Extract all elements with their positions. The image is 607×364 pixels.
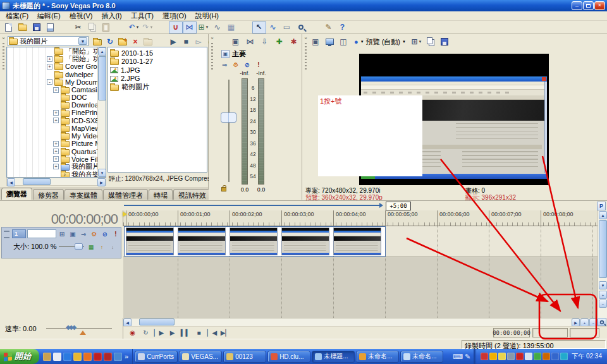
file-item[interactable]: 1.JPG: [110, 66, 207, 75]
transport-length-box[interactable]: [570, 328, 599, 337]
composite-mode-icon[interactable]: ▦: [87, 243, 95, 251]
scroll-thumb[interactable]: [23, 178, 51, 185]
file-item[interactable]: 2.JPG: [110, 75, 207, 83]
master-bus-icon[interactable]: ▣: [221, 50, 230, 58]
save-button[interactable]: [30, 21, 44, 33]
close-button[interactable]: ×: [594, 1, 605, 10]
quicklaunch-overflow-icon[interactable]: »: [125, 353, 128, 360]
tree-expander[interactable]: -: [47, 79, 52, 85]
show-desktop-icon[interactable]: [43, 353, 51, 361]
enable-snapping-button[interactable]: ∪: [169, 21, 183, 33]
record-button[interactable]: ◉: [126, 328, 138, 338]
tree-item[interactable]: DOC: [7, 94, 106, 101]
dropdown-arrow-icon[interactable]: ▼: [78, 37, 87, 45]
insert-audio-bus-button[interactable]: ▣: [230, 36, 241, 47]
scrub-control-icon[interactable]: ◆◆◆: [66, 324, 75, 331]
play-from-start-button[interactable]: ▏▶: [153, 328, 165, 338]
scroll-up-icon[interactable]: ▲: [599, 211, 607, 219]
tree-item[interactable]: + Picture Mo: [7, 140, 106, 147]
paste-button[interactable]: [99, 21, 113, 33]
copy-button[interactable]: [85, 21, 99, 33]
file-item[interactable]: 2010-1-27: [110, 58, 207, 66]
media-coder-icon[interactable]: [104, 353, 112, 361]
taskbar-app-button[interactable]: 未命名...: [400, 351, 443, 363]
timeline-horizontal-scrollbar[interactable]: ◀ ▶ + −: [123, 318, 598, 326]
overlay-grid-button[interactable]: ⊞▼: [410, 36, 423, 48]
dim-output-button[interactable]: ✚: [274, 36, 285, 47]
tree-item[interactable]: + 「開始」功能: [7, 55, 106, 63]
fader-lock-icon[interactable]: [221, 187, 226, 191]
tree-expander[interactable]: +: [53, 118, 59, 123]
region-view-button[interactable]: [142, 36, 154, 48]
scroll-thumb[interactable]: [98, 56, 106, 100]
auto-ripple-button[interactable]: ⋈: [183, 21, 197, 33]
automation-icon[interactable]: ⊸: [79, 229, 88, 238]
document-icon[interactable]: [53, 353, 61, 361]
taskbar-app-button[interactable]: VEGAS...: [179, 351, 222, 363]
start-preview-button[interactable]: ▶: [167, 36, 180, 48]
tray-icon-7[interactable]: [534, 353, 541, 360]
tree-expander[interactable]: +: [53, 87, 59, 93]
menu-item[interactable]: 插入(I): [97, 11, 126, 21]
menu-item[interactable]: 檢視(V): [65, 11, 97, 21]
tree-item[interactable]: + Cover Ground: [7, 63, 106, 70]
pen-icon[interactable]: ✎: [465, 353, 470, 361]
event-pan-crop-button[interactable]: ▣: [309, 36, 322, 48]
marker-tool-icon[interactable]: P: [597, 202, 606, 210]
address-dropdown[interactable]: 我的圖片 ▼: [8, 36, 89, 46]
go-to-end-button[interactable]: ▶▏: [219, 328, 231, 338]
bump-up-icon[interactable]: ↑: [97, 243, 106, 251]
track-gear-icon[interactable]: ⚙: [90, 229, 99, 238]
zoom-tool-corner-button[interactable]: [598, 318, 606, 326]
quantize-to-frames-button[interactable]: ⊞▼: [197, 21, 211, 33]
taskbar-app-button[interactable]: CurrPorts: [135, 351, 178, 363]
marker-bar[interactable]: +5;00 P: [0, 200, 607, 210]
snagit-icon[interactable]: [114, 353, 122, 361]
tree-item[interactable]: 我的音樂: [7, 171, 106, 178]
tree-item[interactable]: + Quartus7_2: [7, 147, 106, 155]
file-item[interactable]: 範例圖片: [110, 83, 207, 92]
scrub-marker-icon[interactable]: [80, 331, 86, 335]
tray-icon-9[interactable]: [551, 353, 559, 360]
insert-assignable-fx-button[interactable]: ⋈: [245, 36, 255, 47]
menu-item[interactable]: 選項(O): [158, 11, 191, 21]
menu-item[interactable]: 說明(H): [191, 11, 223, 21]
normal-edit-tool-button[interactable]: ↖: [252, 21, 266, 33]
transport-end-box[interactable]: [532, 328, 568, 337]
tray-icon-3[interactable]: [498, 353, 506, 360]
empty-track-area[interactable]: [123, 257, 598, 318]
tree-expander[interactable]: +: [47, 56, 52, 62]
file-item[interactable]: 2010-1-15: [110, 49, 207, 58]
tray-icon-4[interactable]: [507, 353, 515, 360]
taskbar-clock[interactable]: 下午 02:34: [572, 352, 602, 361]
whats-this-help-button[interactable]: ?: [336, 21, 350, 33]
undo-button[interactable]: ↶▼: [127, 21, 141, 33]
language-bar[interactable]: ⌨ ✎: [450, 353, 474, 361]
tree-expander[interactable]: +: [53, 149, 59, 154]
refresh-button[interactable]: ↻: [104, 36, 116, 48]
master-fader-handle[interactable]: [221, 112, 236, 123]
scroll-down-icon[interactable]: ▼: [98, 169, 106, 177]
interactive-tutorials-button[interactable]: ✎: [322, 21, 336, 33]
track-name-input[interactable]: [27, 229, 56, 238]
ignore-event-grouping-button[interactable]: ▦: [224, 21, 238, 33]
tree-expander[interactable]: +: [47, 64, 52, 70]
play-button[interactable]: ▶: [166, 328, 178, 338]
tree-item[interactable]: + ICD-SX88_: [7, 117, 106, 124]
taskbar-app-button[interactable]: 未命名...: [356, 351, 399, 363]
tree-horizontal-scrollbar[interactable]: ◀ ▶: [6, 178, 106, 186]
menu-item[interactable]: 檔案(F): [1, 11, 33, 21]
firefox-icon[interactable]: [83, 353, 92, 361]
pause-button[interactable]: ▍▍: [180, 328, 192, 338]
zoom-out-vertical-button[interactable]: −: [599, 300, 607, 308]
scroll-thumb[interactable]: [139, 318, 175, 325]
track-motion-icon[interactable]: ⊞: [58, 229, 66, 238]
loop-playback-button[interactable]: ↻: [140, 328, 152, 338]
track-fx-icon[interactable]: ▣: [68, 229, 77, 238]
panel-grip[interactable]: ×: [1, 35, 6, 198]
tree-expander[interactable]: +: [53, 110, 59, 116]
downmix-output-button[interactable]: ⇩: [259, 36, 270, 47]
track-mute-icon[interactable]: ⊘: [101, 229, 109, 238]
tray-icon-6[interactable]: [525, 353, 532, 360]
tray-icon-2[interactable]: [489, 353, 497, 360]
